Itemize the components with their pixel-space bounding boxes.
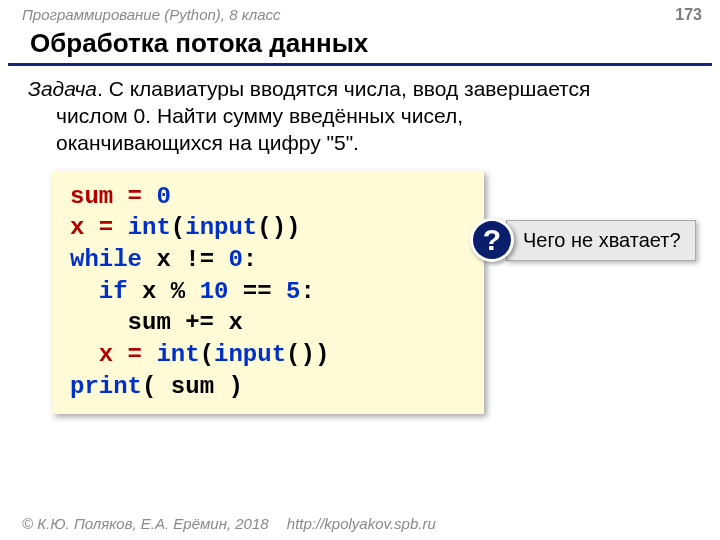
code-line-2: x = int(input())	[70, 212, 466, 244]
slide-footer: © К.Ю. Поляков, Е.А. Ерёмин, 2018 http:/…	[22, 515, 436, 532]
task-line1: . С клавиатуры вводятся числа, ввод заве…	[97, 77, 590, 100]
slide-header: Программирование (Python), 8 класс 173	[0, 0, 720, 26]
copyright: © К.Ю. Поляков, Е.А. Ерёмин, 2018	[22, 515, 269, 532]
code-line-4: if x % 10 == 5:	[70, 276, 466, 308]
code-line-6: x = int(input())	[70, 339, 466, 371]
callout: ? Чего не хватает?	[470, 218, 696, 262]
code-block: sum = 0 x = int(input()) while x != 0: i…	[52, 171, 484, 415]
task-text: Задача. С клавиатуры вводятся числа, вво…	[0, 72, 720, 167]
task-line2: числом 0. Найти сумму введённых чисел,	[28, 103, 698, 130]
callout-text: Чего не хватает?	[506, 220, 696, 261]
code-line-7: print( sum )	[70, 371, 466, 403]
question-icon: ?	[470, 218, 514, 262]
task-line3: оканчивающихся на цифру "5".	[28, 130, 698, 157]
page-number: 173	[675, 6, 702, 24]
course-label: Программирование (Python), 8 класс	[22, 6, 281, 23]
task-label: Задача	[28, 77, 97, 100]
code-line-5: sum += x	[70, 307, 466, 339]
page-title: Обработка потока данных	[8, 26, 712, 66]
code-line-3: while x != 0:	[70, 244, 466, 276]
code-line-1: sum = 0	[70, 181, 466, 213]
footer-url: http://kpolyakov.spb.ru	[287, 515, 436, 532]
